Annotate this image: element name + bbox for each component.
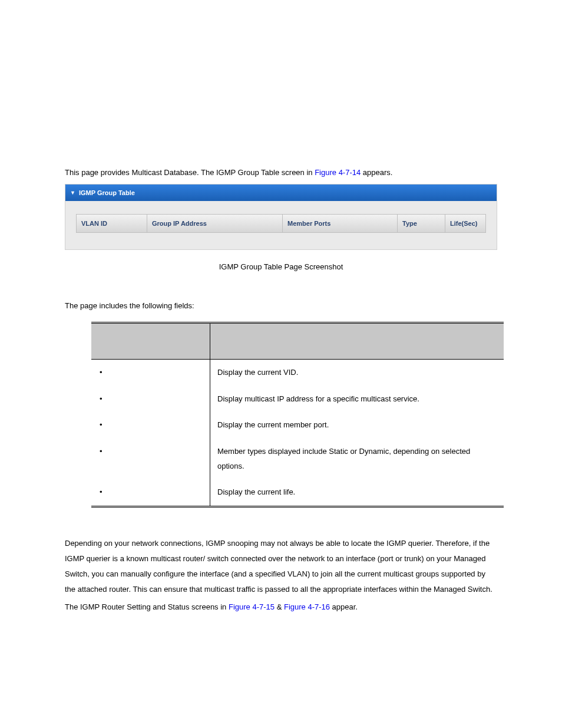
field-desc: Display multicast IP address for a speci… xyxy=(210,386,504,413)
figure-link-4-7-14[interactable]: Figure 4-7-14 xyxy=(315,168,361,177)
fields-table: • Display the current VID. • Display mul… xyxy=(91,322,504,508)
field-desc: Display the current life. xyxy=(210,479,504,506)
col-header-ip: Group IP Address xyxy=(147,215,283,232)
chevron-down-icon: ▼ xyxy=(70,190,75,196)
para2-mid: & xyxy=(277,602,284,611)
intro-suffix: appears. xyxy=(363,168,393,177)
table-row: • Display the current VID. xyxy=(91,360,504,386)
para2-suffix: appear. xyxy=(332,602,358,611)
screenshot-caption: IGMP Group Table Page Screenshot xyxy=(65,259,497,275)
field-bullet: • xyxy=(91,479,210,506)
intro-prefix: This page provides Multicast Database. T… xyxy=(65,168,315,177)
field-desc: Member types displayed include Static or… xyxy=(210,439,504,479)
panel-title: IGMP Group Table xyxy=(79,186,135,199)
fields-header-desc xyxy=(210,323,504,360)
table-row: • Display multicast IP address for a spe… xyxy=(91,386,504,413)
para2-prefix: The IGMP Router Setting and Status scree… xyxy=(65,602,229,611)
col-header-vlan: VLAN ID xyxy=(77,215,147,232)
field-bullet: • xyxy=(91,412,210,439)
table-header-row: VLAN ID Group IP Address Member Ports Ty… xyxy=(76,214,486,233)
table-row: • Member types displayed include Static … xyxy=(91,439,504,479)
screenshot-panel: ▼ IGMP Group Table VLAN ID Group IP Addr… xyxy=(65,184,497,250)
fields-header-row xyxy=(91,323,504,360)
col-header-type: Type xyxy=(398,215,445,232)
panel-body: VLAN ID Group IP Address Member Ports Ty… xyxy=(65,201,497,249)
figure-link-4-7-16[interactable]: Figure 4-7-16 xyxy=(284,602,330,611)
router-figures-paragraph: The IGMP Router Setting and Status scree… xyxy=(65,599,497,615)
col-header-member: Member Ports xyxy=(283,215,398,232)
table-row: • Display the current member port. xyxy=(91,412,504,439)
figure-link-4-7-15[interactable]: Figure 4-7-15 xyxy=(229,602,275,611)
panel-header: ▼ IGMP Group Table xyxy=(65,185,497,201)
field-desc: Display the current VID. xyxy=(210,360,504,386)
table-row: • Display the current life. xyxy=(91,479,504,506)
router-paragraph: Depending on your network connections, I… xyxy=(65,536,497,597)
field-desc: Display the current member port. xyxy=(210,412,504,439)
fields-intro: The page includes the following fields: xyxy=(65,298,497,314)
fields-header-object xyxy=(91,323,210,360)
intro-paragraph: This page provides Multicast Database. T… xyxy=(65,165,497,180)
field-bullet: • xyxy=(91,439,210,479)
field-bullet: • xyxy=(91,386,210,413)
field-bullet: • xyxy=(91,360,210,386)
col-header-life: Life(Sec) xyxy=(445,215,485,232)
